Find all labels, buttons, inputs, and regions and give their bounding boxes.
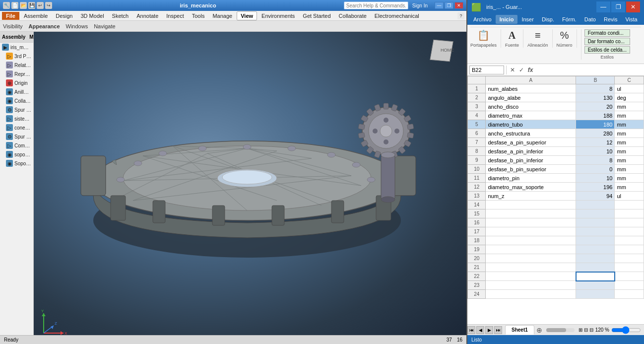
cad-search-input[interactable] — [344, 1, 408, 9]
excel-cell-b[interactable]: 188 — [576, 111, 615, 120]
excel-cell-b[interactable]: 8 — [576, 84, 615, 93]
excel-cell-c[interactable] — [615, 236, 644, 245]
excel-row-header[interactable]: 23 — [468, 281, 486, 290]
excel-cell-c[interactable] — [615, 254, 644, 263]
excel-cell-a[interactable]: diametro_max_soporte — [486, 183, 576, 192]
excel-row-header[interactable]: 6 — [468, 129, 486, 138]
excel-hscrollbar[interactable] — [546, 328, 575, 332]
excel-row-header[interactable]: 17 — [468, 227, 486, 236]
excel-cell-c[interactable] — [615, 281, 644, 290]
excel-fuente-btn[interactable]: A — [507, 29, 517, 41]
cad-sidebar-item-sistem[interactable]: ▷ sistem... — [0, 114, 33, 123]
excel-menu-dato[interactable]: Dato — [580, 15, 600, 24]
excel-cell-b[interactable]: 0 — [576, 165, 615, 174]
excel-cell-a[interactable] — [486, 227, 576, 236]
excel-row-header[interactable]: 21 — [468, 263, 486, 272]
excel-sheet-last-btn[interactable]: ⏭ — [494, 326, 502, 334]
excel-cell-b[interactable] — [576, 290, 615, 299]
cad-redo-icon[interactable]: ↪ — [45, 2, 52, 9]
excel-menu-vista[interactable]: Vista — [621, 15, 641, 24]
excel-cell-b[interactable]: 10 — [576, 147, 615, 156]
excel-cell-b[interactable] — [576, 245, 615, 254]
excel-cell-b[interactable]: 180 — [576, 120, 615, 129]
cad-sidebar-item-iris[interactable]: ▶ iris_mec... — [0, 43, 33, 52]
excel-row-header[interactable]: 19 — [468, 245, 486, 254]
cad-sidebar-tab-m[interactable]: M — [29, 34, 33, 40]
excel-cell-b[interactable] — [576, 201, 615, 209]
excel-cell-c[interactable]: mm — [615, 183, 644, 192]
excel-menu-disp[interactable]: Disp. — [538, 15, 558, 24]
cad-menu-design[interactable]: Design — [52, 12, 76, 20]
excel-cell-a[interactable]: angulo_alabe — [486, 93, 576, 102]
excel-menu-inser[interactable]: Inser — [517, 15, 537, 24]
excel-row-header[interactable]: 3 — [468, 102, 486, 111]
excel-cell-a[interactable] — [486, 263, 576, 272]
excel-cell-c[interactable]: mm — [615, 165, 644, 174]
excel-cell-b[interactable]: 8 — [576, 156, 615, 165]
excel-cell-c[interactable]: mm — [615, 129, 644, 138]
excel-minimize-btn[interactable]: — — [596, 1, 610, 12]
excel-cell-a[interactable]: desfase_b_pin_superior — [486, 165, 576, 174]
cad-navigate-btn[interactable]: Navigate — [94, 23, 115, 29]
excel-cell-b[interactable]: 280 — [576, 129, 615, 138]
excel-cell-b[interactable] — [576, 254, 615, 263]
excel-number-btn[interactable]: % — [558, 29, 571, 41]
excel-cell-a[interactable]: ancho_disco — [486, 102, 576, 111]
cad-menu-assemble[interactable]: Assemble — [20, 12, 51, 20]
cad-menu-inspect[interactable]: Inspect — [163, 12, 187, 20]
excel-cell-c[interactable] — [615, 272, 644, 281]
excel-sheet-first-btn[interactable]: ⏮ — [467, 326, 475, 334]
excel-formula-cancel-btn[interactable]: ✕ — [509, 66, 516, 74]
cad-menu-environments[interactable]: Environments — [258, 12, 298, 20]
excel-cell-a[interactable]: desfase_a_pin_superior — [486, 138, 576, 147]
excel-table-container[interactable]: A B C 1num_alabes8ul2angulo_alabe130deg3… — [467, 76, 644, 324]
excel-menu-revis[interactable]: Revis — [600, 15, 622, 24]
cad-sidebar-item-relatio[interactable]: ▷ Relatio... — [0, 61, 33, 69]
excel-col-header-c[interactable]: C — [615, 76, 644, 84]
excel-cell-c[interactable]: mm — [615, 138, 644, 147]
excel-zoom-slider[interactable] — [611, 326, 641, 334]
cad-appearance-btn[interactable]: Appearance — [29, 23, 60, 29]
excel-row-header[interactable]: 5 — [468, 120, 486, 129]
cad-undo-icon[interactable]: ↩ — [37, 2, 44, 9]
cad-viewport[interactable]: HOME — [34, 32, 466, 344]
excel-col-header-a[interactable]: A — [486, 76, 576, 84]
excel-formula-fx-btn[interactable]: fx — [526, 66, 534, 74]
excel-menu-form[interactable]: Fórm. — [558, 15, 580, 24]
excel-cell-c[interactable]: mm — [615, 174, 644, 183]
cad-windows-btn[interactable]: Windows — [66, 23, 88, 29]
excel-cell-c[interactable]: mm — [615, 102, 644, 111]
cad-sidebar-item-compo[interactable]: ▷ Compo... — [0, 141, 33, 150]
excel-cell-a[interactable]: desfase_b_pin_inferior — [486, 156, 576, 165]
excel-cell-c[interactable] — [615, 209, 644, 218]
excel-cell-b[interactable] — [576, 281, 615, 290]
cad-sidebar-item-3rdpa[interactable]: ▷ 3rd Pa... — [0, 52, 33, 61]
excel-cell-a[interactable]: ancho_estructura — [486, 129, 576, 138]
excel-cell-c[interactable]: mm — [615, 120, 644, 129]
cad-menu-getstarted[interactable]: Get Started — [299, 12, 334, 20]
excel-cell-c[interactable] — [615, 218, 644, 227]
excel-cell-a[interactable]: diametro_pin — [486, 174, 576, 183]
excel-cell-b[interactable] — [576, 227, 615, 236]
excel-close-btn[interactable]: ✕ — [626, 1, 640, 12]
cad-sidebar-item-soport1[interactable]: ◉ soport... — [0, 150, 33, 159]
excel-row-header[interactable]: 1 — [468, 84, 486, 93]
excel-dar-formato-btn[interactable]: Dar formato co... — [584, 38, 630, 45]
excel-paste-btn[interactable]: 📋 — [475, 29, 492, 41]
cad-sidebar-item-spur2[interactable]: ⚙ Spur G... — [0, 132, 33, 141]
cad-menu-annotate[interactable]: Annotate — [133, 12, 162, 20]
excel-cell-c[interactable] — [615, 245, 644, 254]
cad-close-btn[interactable]: ✕ — [454, 2, 463, 9]
excel-cell-a[interactable]: num_z — [486, 192, 576, 201]
excel-cell-a[interactable] — [486, 290, 576, 299]
cad-menu-3dmodel[interactable]: 3D Model — [77, 12, 108, 20]
excel-row-header[interactable]: 11 — [468, 174, 486, 183]
cad-sidebar-item-spur1[interactable]: ⚙ Spur G... — [0, 105, 33, 114]
excel-cell-a[interactable]: num_alabes — [486, 84, 576, 93]
excel-cell-a[interactable] — [486, 245, 576, 254]
excel-namebox[interactable] — [469, 66, 504, 74]
excel-hscrollthumb[interactable] — [546, 328, 566, 332]
excel-cell-c[interactable] — [615, 201, 644, 209]
excel-cell-b[interactable] — [576, 263, 615, 272]
excel-cell-c[interactable]: deg — [615, 93, 644, 102]
